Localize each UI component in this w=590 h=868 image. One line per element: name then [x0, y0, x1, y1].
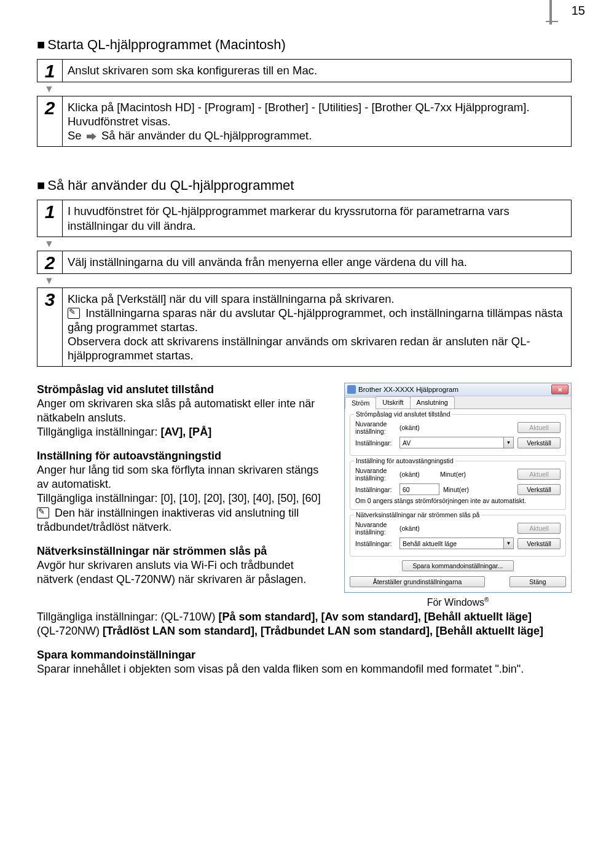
- group-strompaslag: Strömpåslag vid anslutet tillstånd Nuvar…: [350, 414, 566, 456]
- natverk-l1-pre: (QL-710W): [160, 611, 215, 623]
- step-number-3: 3: [37, 288, 63, 367]
- step-number-1: 1: [37, 200, 63, 236]
- minutes-input[interactable]: 60: [399, 483, 439, 495]
- section1-title: ■ Starta QL-hjälpprogrammet (Macintosh): [37, 37, 572, 53]
- stang-button[interactable]: Stäng: [509, 576, 566, 587]
- current-value: (okänt): [399, 424, 514, 431]
- unit-label: Minut(er): [443, 486, 514, 493]
- spara-heading: Spara kommandoinställningar: [37, 649, 195, 661]
- header-divider-horiz: [546, 21, 558, 22]
- aktuell-button[interactable]: Aktuell: [517, 422, 560, 433]
- legend: Nätverksinställningar när strömmen slås …: [354, 511, 481, 518]
- arrow-down-icon: ▼: [44, 84, 572, 95]
- step2-main: Klicka på [Macintosh HD] - [Program] - […: [68, 101, 530, 114]
- legend: Strömpåslag vid anslutet tillstånd: [354, 410, 452, 418]
- section2-step3: 3 Klicka på [Verkställ] när du vill spar…: [37, 287, 572, 367]
- chevron-down-icon: ▼: [503, 538, 513, 549]
- app-icon: [347, 385, 356, 394]
- current-label: Nuvarande inställning:: [355, 420, 396, 435]
- arrow-down-icon: ▼: [44, 238, 572, 249]
- legend: Inställning för autoavstängningstid: [354, 457, 455, 464]
- step2-sub2-pre: Se: [68, 129, 82, 142]
- unit-label: Minut(er): [440, 471, 514, 478]
- note-icon: [68, 308, 80, 319]
- step2-sub2-post: Så här använder du QL-hjälpprogrammet.: [101, 129, 312, 142]
- close-button[interactable]: ✕: [551, 385, 568, 394]
- setting-label: Inställningar:: [355, 439, 396, 447]
- step3-main: Klicka på [Verkställ] när du vill spara …: [68, 292, 395, 305]
- spara-kommando-button[interactable]: Spara kommandoinställningar...: [402, 560, 513, 571]
- tab-bar: Ström Utskrift Anslutning: [345, 396, 571, 409]
- auto-opts: [0], [10], [20], [30], [40], [50], [60]: [160, 492, 320, 504]
- windows-screenshot: Brother XX-XXXX Hjälpprogram ✕ Ström Uts…: [344, 383, 572, 608]
- step-number-2: 2: [37, 96, 63, 146]
- natverk-l2-pre: (QL-720NW): [37, 625, 100, 637]
- section1-step1: 1 Anslut skrivaren som ska konfigureras …: [37, 59, 572, 82]
- current-label: Nuvarande inställning:: [355, 467, 396, 482]
- screenshot-caption: För Windows®: [344, 596, 572, 608]
- step-body: I huvudfönstret för QL-hjälpprogrammet m…: [63, 200, 571, 236]
- verkstall-button[interactable]: Verkställ: [517, 538, 560, 549]
- verkstall-button[interactable]: Verkställ: [517, 484, 560, 495]
- section2-title: ■ Så här använder du QL-hjälpprogrammet: [37, 178, 572, 194]
- section1-step2: 2 Klicka på [Macintosh HD] - [Program] -…: [37, 96, 572, 147]
- strom-opts: [AV], [PÅ]: [160, 426, 211, 438]
- auto-body: Anger hur lång tid som ska förflyta inna…: [37, 464, 318, 490]
- natverk-avail: Tillgängliga inställningar:: [37, 611, 157, 623]
- setting-label: Inställningar:: [355, 486, 396, 493]
- av-dropdown[interactable]: AV ▼: [399, 437, 514, 448]
- auto-heading: Inställning för autoavstängningstid: [37, 450, 221, 462]
- step-body: Klicka på [Macintosh HD] - [Program] - […: [63, 96, 571, 146]
- section2-step1: 1 I huvudfönstret för QL-hjälpprogrammet…: [37, 200, 572, 237]
- square-bullet-icon: ■: [37, 178, 45, 194]
- section2-step2: 2 Välj inställningarna du vill använda f…: [37, 251, 572, 274]
- step2-sub1: Huvudfönstret visas.: [68, 115, 171, 128]
- verkstall-button[interactable]: Verkställ: [517, 437, 560, 448]
- aktuell-button[interactable]: Aktuell: [517, 469, 560, 480]
- arrow-right-icon: [87, 133, 96, 140]
- strom-heading: Strömpåslag vid anslutet tillstånd: [37, 383, 214, 396]
- caption-pre: För Windows: [427, 598, 484, 608]
- aterstaller-button[interactable]: Återställer grundinställningarna: [350, 576, 485, 587]
- auto-note: Den här inställningen inaktiveras vid an…: [37, 507, 299, 533]
- note-icon: [37, 507, 49, 518]
- settings-descriptions: Strömpåslag vid anslutet tillstånd Anger…: [37, 383, 329, 608]
- group-natverk: Nätverksinställningar när strömmen slås …: [350, 515, 566, 557]
- arrow-down-icon: ▼: [44, 275, 572, 286]
- step3-note: Inställningarna sparas när du avslutar Q…: [68, 307, 563, 362]
- aktuell-button[interactable]: Aktuell: [517, 523, 560, 534]
- current-value: (okänt): [399, 471, 436, 478]
- window-title: Brother XX-XXXX Hjälpprogram: [358, 386, 551, 393]
- group-autoavstangning: Inställning för autoavstängningstid Nuva…: [350, 461, 566, 510]
- natverk-l2-opts: [Trådlöst LAN som standard], [Trådbundet…: [103, 625, 543, 637]
- step-body: Klicka på [Verkställ] när du vill spara …: [63, 288, 571, 367]
- dropdown-value: Behåll aktuellt läge: [400, 540, 503, 547]
- step-body: Välj inställningarna du vill använda frå…: [63, 251, 571, 273]
- section2-title-text: Så här använder du QL-hjälpprogrammet: [47, 178, 294, 194]
- tab-anslutning[interactable]: Anslutning: [410, 396, 455, 409]
- square-bullet-icon: ■: [37, 37, 45, 53]
- page-number: 15: [572, 4, 585, 18]
- section1-title-text: Starta QL-hjälpprogrammet (Macintosh): [47, 37, 286, 53]
- chevron-down-icon: ▼: [503, 437, 513, 448]
- step-number-2: 2: [37, 251, 63, 273]
- step-body: Anslut skrivaren som ska konfigureras ti…: [63, 60, 571, 82]
- step-number-1: 1: [37, 60, 63, 82]
- current-label: Nuvarande inställning:: [355, 521, 396, 536]
- setting-label: Inställningar:: [355, 540, 396, 547]
- strom-body: Anger om skrivaren ska slås på automatis…: [37, 397, 315, 424]
- hint-text: Om 0 angers stängs strömförsörjningen in…: [355, 497, 560, 504]
- natverk-heading: Nätverksinställningar när strömmen slås …: [37, 545, 267, 557]
- natverk-l1-opts: [På som standard], [Av som standard], [B…: [219, 611, 532, 623]
- dropdown-value: AV: [400, 439, 503, 447]
- lage-dropdown[interactable]: Behåll aktuellt läge ▼: [399, 538, 514, 549]
- tab-strom[interactable]: Ström: [345, 397, 376, 409]
- caption-sup: ®: [484, 596, 489, 603]
- auto-avail: Tillgängliga inställningar:: [37, 492, 157, 504]
- spara-body: Sparar innehållet i objekten som visas p…: [37, 663, 524, 675]
- tab-utskrift[interactable]: Utskrift: [376, 396, 410, 409]
- current-value: (okänt): [399, 525, 514, 532]
- titlebar: Brother XX-XXXX Hjälpprogram ✕: [345, 383, 571, 396]
- natverk-body: Avgör hur skrivaren ansluts via Wi-Fi oc…: [37, 559, 306, 585]
- strom-avail: Tillgängliga inställningar:: [37, 426, 157, 438]
